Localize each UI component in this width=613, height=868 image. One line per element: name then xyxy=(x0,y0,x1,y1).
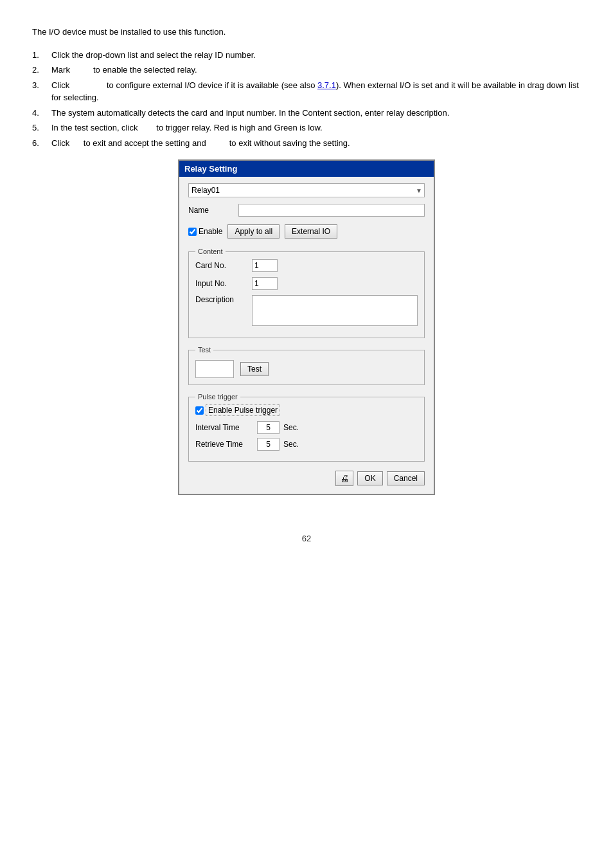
interval-time-row: Interval Time Sec. xyxy=(195,421,418,434)
step-2-content: Mark to enable the selected relay. xyxy=(51,64,581,77)
enable-label[interactable]: Enable xyxy=(188,227,222,236)
interval-time-input[interactable] xyxy=(257,421,280,434)
step-4-num: 4. xyxy=(32,107,51,120)
step-3-num: 3. xyxy=(32,79,51,104)
enable-row: Enable Apply to all External IO xyxy=(188,224,425,239)
step-3: 3. Click to configure external I/O devic… xyxy=(32,79,581,104)
relay-dropdown-row: Relay01 ▼ xyxy=(188,183,425,197)
enable-pulse-trigger-checkbox[interactable] xyxy=(195,406,204,415)
description-row: Description xyxy=(195,295,418,326)
relay-select-wrapper[interactable]: Relay01 ▼ xyxy=(188,183,425,197)
name-row: Name xyxy=(188,204,425,217)
ok-button[interactable]: OK xyxy=(357,471,382,485)
print-button[interactable]: 🖨 xyxy=(335,471,353,486)
dialog-container: Relay Setting Relay01 ▼ Name Enable xyxy=(32,159,581,495)
step-5: 5. In the test section, click to trigger… xyxy=(32,122,581,134)
pulse-trigger-legend: Pulse trigger xyxy=(195,393,240,401)
cancel-button[interactable]: Cancel xyxy=(387,471,425,485)
step-4-content: The system automatically detects the car… xyxy=(51,107,581,120)
interval-time-label: Interval Time xyxy=(195,423,253,432)
external-io-button[interactable]: External IO xyxy=(285,224,337,239)
relay-setting-dialog: Relay Setting Relay01 ▼ Name Enable xyxy=(178,159,435,495)
retrieve-time-unit: Sec. xyxy=(283,440,299,449)
step-6-content: Click to exit and accept the setting and… xyxy=(51,137,581,150)
step-2: 2. Mark to enable the selected relay. xyxy=(32,64,581,77)
intro-text: The I/O device must be installed to use … xyxy=(32,26,581,39)
steps-list: 1. Click the drop-down list and select t… xyxy=(32,49,581,150)
retrieve-time-label: Retrieve Time xyxy=(195,440,253,449)
test-color-box xyxy=(195,360,234,378)
step-1-num: 1. xyxy=(32,49,51,62)
card-no-label: Card No. xyxy=(195,261,247,270)
link-3-7-1[interactable]: 3.7.1 xyxy=(317,80,336,90)
step-4: 4. The system automatically detects the … xyxy=(32,107,581,120)
dialog-body: Relay01 ▼ Name Enable Apply to all Exter… xyxy=(179,177,434,494)
test-button[interactable]: Test xyxy=(240,362,269,376)
enable-checkbox[interactable] xyxy=(188,228,197,236)
name-input[interactable] xyxy=(238,204,425,217)
content-section: Content Card No. Input No. Description xyxy=(188,248,425,338)
dialog-title: Relay Setting xyxy=(179,161,434,177)
step-1: 1. Click the drop-down list and select t… xyxy=(32,49,581,62)
test-section: Test Test xyxy=(188,346,425,385)
step-6: 6. Click to exit and accept the setting … xyxy=(32,137,581,150)
step-1-content: Click the drop-down list and select the … xyxy=(51,49,581,62)
input-no-row: Input No. xyxy=(195,277,418,290)
enable-text: Enable xyxy=(199,227,222,236)
test-legend: Test xyxy=(195,346,213,354)
pulse-enable-row[interactable]: Enable Pulse trigger xyxy=(195,404,418,416)
pulse-trigger-section: Pulse trigger Enable Pulse trigger Inter… xyxy=(188,393,425,462)
test-inner: Test xyxy=(195,360,418,378)
card-no-input[interactable] xyxy=(252,259,278,272)
input-no-label: Input No. xyxy=(195,279,247,288)
description-label: Description xyxy=(195,295,247,304)
input-no-input[interactable] xyxy=(252,277,278,290)
interval-time-unit: Sec. xyxy=(283,423,299,432)
step-3-content: Click to configure external I/O device i… xyxy=(51,79,581,104)
bottom-row: 🖨 OK Cancel xyxy=(188,471,425,486)
retrieve-time-input[interactable] xyxy=(257,438,280,451)
step-5-num: 5. xyxy=(32,122,51,134)
enable-pulse-trigger-label: Enable Pulse trigger xyxy=(206,404,280,416)
step-6-num: 6. xyxy=(32,137,51,150)
description-input[interactable] xyxy=(252,295,418,326)
step-2-num: 2. xyxy=(32,64,51,77)
apply-to-all-button[interactable]: Apply to all xyxy=(227,224,280,239)
printer-icon: 🖨 xyxy=(340,473,349,484)
retrieve-time-row: Retrieve Time Sec. xyxy=(195,438,418,451)
page-number: 62 xyxy=(32,534,581,543)
card-no-row: Card No. xyxy=(195,259,418,272)
step-5-content: In the test section, click to trigger re… xyxy=(51,122,581,134)
name-label: Name xyxy=(188,206,233,215)
relay-select[interactable]: Relay01 xyxy=(188,183,425,197)
content-legend: Content xyxy=(195,248,226,255)
